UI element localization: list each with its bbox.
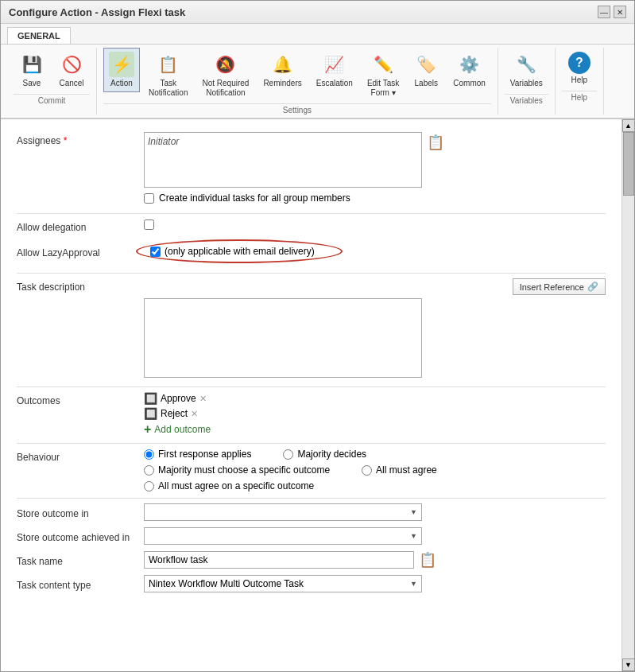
save-label: Save (23, 79, 41, 88)
add-outcome-plus-icon: + (144, 422, 151, 437)
help-buttons: ? Help (562, 48, 597, 89)
task-name-control: 📋 (144, 551, 606, 569)
edit-task-form-label: Edit Task Form ▾ (367, 79, 399, 98)
task-content-type-select[interactable]: Nintex Workflow Multi Outcome Task (144, 575, 422, 592)
store-outcome-label: Store outcome in (17, 505, 144, 519)
allow-delegation-label: Allow delegation (17, 219, 144, 233)
store-outcome-control (144, 503, 606, 521)
add-outcome-button[interactable]: + Add outcome (144, 422, 606, 437)
task-name-row: Task name 📋 (17, 551, 606, 569)
create-individual-tasks-label: Create individual tasks for all group me… (159, 192, 350, 204)
behaviour-row-2: Majority must choose a specific outcome … (144, 464, 606, 476)
majority-specific-radio[interactable] (144, 465, 154, 476)
commit-buttons: 💾 Save 🚫 Cancel (14, 48, 90, 92)
task-notification-button[interactable]: 📋 Task Notification (143, 48, 193, 102)
divider-1 (17, 213, 606, 214)
approve-icon: 🔲 (144, 392, 157, 405)
reminders-label: Reminders (263, 79, 301, 88)
task-notification-label: Task Notification (149, 79, 188, 98)
scroll-thumb[interactable] (623, 132, 634, 196)
save-icon: 💾 (19, 52, 45, 77)
help-button[interactable]: ? Help (562, 48, 597, 89)
majority-decides-radio[interactable] (283, 449, 293, 460)
reject-remove-button[interactable]: ✕ (191, 409, 198, 419)
all-agree-specific-radio[interactable] (144, 481, 154, 491)
content-area: Assignees Initiator 📋 Create individual … (1, 119, 634, 671)
insert-reference-button[interactable]: Insert Reference 🔗 (513, 278, 606, 295)
assignees-box[interactable]: Initiator (144, 132, 422, 188)
scroll-down-arrow[interactable]: ▼ (622, 658, 635, 671)
labels-icon: 🏷️ (413, 52, 439, 77)
edit-task-form-icon: ✏️ (370, 52, 396, 77)
all-must-agree-label: All must agree (376, 464, 437, 476)
variables-button[interactable]: 🔧 Variables (505, 48, 548, 92)
task-name-icon[interactable]: 📋 (419, 551, 436, 569)
allow-delegation-control (144, 219, 606, 232)
add-outcome-label: Add outcome (154, 424, 211, 435)
reminders-button[interactable]: 🔔 Reminders (257, 48, 307, 92)
task-notification-icon: 📋 (156, 52, 181, 77)
title-bar: Configure Action - Assign Flexi task — ✕ (1, 1, 634, 24)
task-description-row: Task description Insert Reference 🔗 (17, 278, 606, 380)
scroll-up-arrow[interactable]: ▲ (622, 119, 635, 132)
escalation-button[interactable]: 📈 Escalation (311, 48, 358, 92)
allow-lazy-approval-checkbox[interactable] (150, 247, 161, 257)
allow-lazy-approval-control: (only applicable with email delivery) (144, 239, 606, 263)
approve-remove-button[interactable]: ✕ (199, 394, 207, 404)
settings-group-label: Settings (103, 103, 491, 115)
allow-lazy-approval-row: Allow LazyApproval (only applicable with… (17, 239, 606, 263)
allow-delegation-row: Allow delegation (17, 219, 606, 233)
cancel-button[interactable]: 🚫 Cancel (53, 48, 90, 92)
help-icon: ? (568, 52, 590, 74)
task-description-textarea[interactable] (144, 298, 422, 378)
main-window: Configure Action - Assign Flexi task — ✕… (0, 0, 635, 672)
store-outcome-achieved-control (144, 527, 606, 545)
escalation-label: Escalation (316, 79, 353, 88)
title-bar-buttons: — ✕ (598, 6, 626, 18)
majority-specific-option[interactable]: Majority must choose a specific outcome (144, 464, 330, 476)
ribbon-group-help: ? Help Help (556, 48, 604, 115)
assignees-list-icon[interactable]: 📋 (427, 134, 444, 151)
behaviour-row-1: First response applies Majority decides (144, 449, 606, 460)
task-name-input-row: 📋 (144, 551, 606, 569)
first-response-option[interactable]: First response applies (144, 449, 251, 460)
task-name-label: Task name (17, 553, 144, 567)
outcomes-row: Outcomes 🔲 Approve ✕ 🔲 Reject ✕ + Add (17, 392, 606, 437)
action-label: Action (110, 79, 133, 88)
minimize-button[interactable]: — (598, 6, 610, 18)
general-tab[interactable]: GENERAL (7, 27, 71, 44)
all-must-agree-option[interactable]: All must agree (362, 464, 437, 476)
task-name-input[interactable] (144, 551, 414, 569)
store-outcome-select[interactable] (144, 503, 422, 521)
majority-decides-label: Majority decides (297, 449, 366, 460)
first-response-radio[interactable] (144, 449, 154, 460)
ribbon: 💾 Save 🚫 Cancel Commit ⚡ Action 📋 Tas (1, 45, 634, 119)
store-outcome-achieved-label: Store outcome achieved in (17, 529, 144, 543)
outcomes-label: Outcomes (17, 392, 144, 406)
store-outcome-achieved-select-wrapper (144, 527, 422, 545)
first-response-label: First response applies (158, 449, 251, 460)
close-button[interactable]: ✕ (614, 6, 626, 18)
allow-delegation-checkbox[interactable] (144, 219, 154, 230)
majority-decides-option[interactable]: Majority decides (283, 449, 366, 460)
save-button[interactable]: 💾 Save (14, 48, 50, 92)
variables-group-label: Variables (505, 94, 548, 105)
store-outcome-achieved-select[interactable] (144, 527, 422, 545)
not-required-notification-button[interactable]: 🔕 Not Required Notification (196, 48, 254, 102)
behaviour-row: Behaviour First response applies Majorit… (17, 449, 606, 491)
outcome-reject: 🔲 Reject ✕ (144, 407, 606, 420)
common-icon: ⚙️ (457, 52, 482, 77)
all-agree-specific-option[interactable]: All must agree on a specific outcome (144, 480, 314, 491)
all-must-agree-radio[interactable] (362, 465, 372, 476)
edit-task-form-button[interactable]: ✏️ Edit Task Form ▾ (362, 48, 405, 102)
settings-buttons: ⚡ Action 📋 Task Notification 🔕 Not Requi… (103, 48, 491, 102)
outcomes-control: 🔲 Approve ✕ 🔲 Reject ✕ + Add outcome (144, 392, 606, 437)
scroll-track (622, 132, 634, 658)
labels-button[interactable]: 🏷️ Labels (408, 48, 444, 92)
behaviour-control: First response applies Majority decides … (144, 449, 606, 491)
action-button[interactable]: ⚡ Action (103, 48, 140, 92)
create-individual-tasks-checkbox[interactable] (144, 193, 154, 204)
reject-label: Reject (161, 408, 188, 419)
all-agree-specific-label: All must agree on a specific outcome (158, 480, 314, 491)
common-button[interactable]: ⚙️ Common (447, 48, 491, 92)
